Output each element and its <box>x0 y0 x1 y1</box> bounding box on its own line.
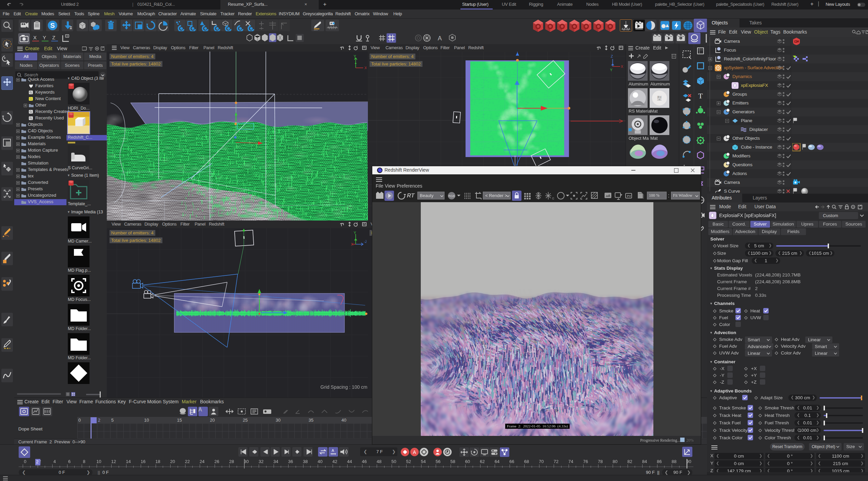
svg-text:A: A <box>413 449 416 455</box>
svg-text:A: A <box>438 35 442 42</box>
svg-text:Y: Y <box>610 68 613 72</box>
svg-text:S: S <box>50 22 55 29</box>
svg-text:X: X <box>364 66 367 70</box>
svg-text:X: X <box>621 64 624 69</box>
svg-text:Y: Y <box>354 231 356 235</box>
svg-text:X: X <box>351 242 354 246</box>
svg-text:A: A <box>332 448 334 453</box>
svg-text:RGB: RGB <box>448 194 455 198</box>
svg-text:PV: PV <box>627 194 631 198</box>
svg-text:Y: Y <box>354 54 356 58</box>
svg-text:Z: Z <box>611 54 613 58</box>
svg-text:G: G <box>552 197 554 200</box>
svg-text:T: T <box>698 92 703 100</box>
svg-text:型: 型 <box>657 95 662 101</box>
svg-text:-Z: -Z <box>364 239 367 244</box>
